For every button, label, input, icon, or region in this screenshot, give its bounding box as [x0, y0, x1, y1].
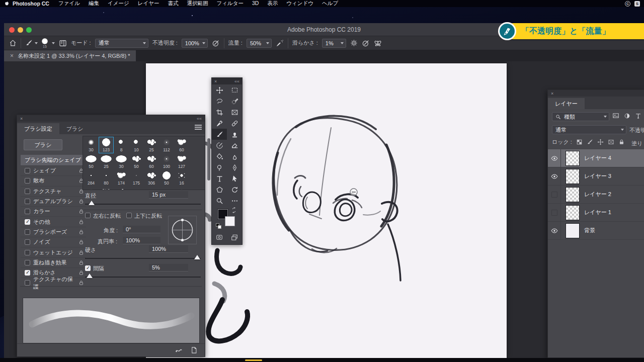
airbrush-button[interactable]	[276, 39, 284, 47]
menu-item-5[interactable]: 選択範囲	[187, 0, 208, 7]
brush-preset-127[interactable]: 127	[174, 153, 189, 170]
brush-option-7[interactable]: ノイズ	[21, 237, 86, 247]
brush-preset-50[interactable]: 50	[129, 153, 144, 170]
layer-thumbnail[interactable]	[566, 169, 580, 184]
brush-panel-collapse-icon[interactable]: ««	[197, 116, 202, 121]
smoothing-options-gear-button[interactable]	[350, 39, 358, 47]
hardness-slider-thumb[interactable]	[194, 255, 200, 259]
brush-option-checkbox[interactable]	[25, 260, 30, 265]
menu-item-10[interactable]: ヘルプ	[322, 0, 338, 7]
diameter-field[interactable]: 15 px	[149, 191, 188, 199]
filter-type-icon[interactable]	[635, 113, 641, 119]
brush-preset-16[interactable]: 16	[174, 170, 189, 187]
brush-preset-112[interactable]: 112	[159, 137, 174, 153]
layer-thumbnail[interactable]	[566, 187, 580, 202]
menu-item-6[interactable]: フィルター	[216, 0, 243, 7]
menu-item-4[interactable]: 書式	[168, 0, 178, 7]
live-tip-preview-button[interactable]	[175, 346, 183, 354]
brushes-button[interactable]: ブラシ	[24, 139, 62, 150]
brush-preset-27[interactable]	[174, 187, 189, 190]
history-brush-tool[interactable]	[212, 140, 227, 151]
more-tool[interactable]	[227, 195, 242, 206]
move-tool[interactable]	[212, 84, 227, 96]
brush-preset-60[interactable]: 60	[174, 137, 189, 153]
healing-tool[interactable]	[227, 118, 242, 129]
layers-close-icon[interactable]: ×	[551, 91, 553, 96]
opacity-select[interactable]: 100%	[182, 39, 208, 48]
apple-icon[interactable]	[4, 1, 10, 7]
lock-icon[interactable]	[78, 250, 84, 255]
lock-icon[interactable]	[78, 280, 84, 286]
lock-icon[interactable]	[78, 270, 84, 276]
type-tool[interactable]	[212, 173, 227, 184]
layer-visibility-toggle[interactable]	[548, 149, 561, 167]
screen-mode-button[interactable]	[230, 234, 238, 241]
layer-thumbnail[interactable]	[566, 205, 580, 220]
bucket-tool[interactable]	[212, 151, 227, 162]
angle-field[interactable]: 0°	[123, 226, 160, 233]
brush-option-3[interactable]: デュアルブラシ	[21, 196, 86, 206]
menu-item-1[interactable]: 編集	[89, 0, 99, 7]
tab-brushes[interactable]: ブラシ	[59, 123, 91, 134]
brush-option-checkbox[interactable]	[25, 229, 30, 235]
tools-collapse-icon[interactable]: ««	[234, 79, 239, 84]
layer-row-2[interactable]: レイヤー 2	[548, 186, 644, 204]
panel-menu-icon[interactable]	[195, 125, 202, 130]
brush-tool-preset-button[interactable]	[25, 39, 38, 47]
brush-option-checkbox[interactable]	[25, 280, 30, 286]
lock-move-icon[interactable]	[597, 139, 604, 145]
brush-preset-25[interactable]: 25	[144, 137, 159, 153]
new-brush-button[interactable]	[190, 346, 198, 354]
menu-app-name[interactable]: Photoshop CC	[13, 1, 49, 7]
layer-visibility-toggle[interactable]	[548, 222, 561, 239]
lock-all-icon[interactable]	[618, 139, 625, 145]
brush-option-0[interactable]: シェイプ	[21, 165, 86, 175]
tools-close-icon[interactable]: ×	[214, 79, 217, 84]
quick-mask-button[interactable]	[215, 234, 223, 241]
swap-colors-icon[interactable]	[231, 207, 237, 213]
crop-tool[interactable]	[212, 107, 227, 118]
brush-preset-25[interactable]	[144, 187, 159, 190]
menu-item-7[interactable]: 3D	[252, 0, 259, 7]
filter-adjustment-icon[interactable]	[624, 113, 630, 119]
dodge-tool[interactable]	[212, 162, 227, 173]
document-tab[interactable]: × 名称未設定 1 @ 33.3% (レイヤー 4, RGB/8) *	[4, 50, 136, 61]
brush-option-checkbox[interactable]	[25, 168, 30, 173]
smoothing-select[interactable]: 1%	[322, 39, 346, 48]
layer-row-4[interactable]: 背景	[548, 222, 644, 240]
tab-layers[interactable]: レイヤー	[548, 98, 585, 109]
brush-preset-100[interactable]: 100	[159, 153, 174, 170]
brush-option-6[interactable]: ブラシポーズ	[21, 227, 86, 237]
brush-option-8[interactable]: ウェットエッジ	[21, 247, 86, 257]
layer-row-0[interactable]: レイヤー 4	[548, 149, 644, 167]
lock-artboard-icon[interactable]	[608, 139, 614, 145]
brush-preset-30[interactable]: 30	[114, 153, 129, 170]
layer-visibility-toggle[interactable]	[548, 204, 561, 221]
opacity-pressure-button[interactable]	[212, 39, 220, 47]
brush-preset-25[interactable]: 25	[99, 153, 114, 170]
lock-icon[interactable]	[78, 199, 84, 204]
menu-item-8[interactable]: 表示	[267, 0, 278, 7]
brush-preset-30[interactable]: 30	[84, 137, 99, 153]
menu-item-0[interactable]: ファイル	[58, 0, 80, 7]
preset-scrollbar[interactable]	[207, 138, 210, 180]
brush-option-2[interactable]: テクスチャ	[21, 186, 86, 196]
lock-icon[interactable]	[78, 229, 84, 235]
lock-icon[interactable]	[78, 239, 84, 245]
layer-row-1[interactable]: レイヤー 3	[548, 167, 644, 186]
brush-option-checkbox[interactable]	[25, 270, 30, 276]
brush-preset-21[interactable]	[84, 187, 99, 190]
brush-option-5[interactable]: その他	[21, 216, 86, 226]
spacing-checkbox[interactable]	[85, 265, 91, 271]
brush-preset-50[interactable]: 50	[159, 170, 174, 187]
layer-blend-mode-select[interactable]: 通常	[552, 125, 626, 134]
shape-tool[interactable]	[212, 184, 227, 195]
blend-mode-select[interactable]: 通常	[95, 39, 148, 48]
roundness-field[interactable]: 100%	[123, 237, 160, 244]
brush-preset-23[interactable]	[114, 187, 129, 190]
hardness-slider[interactable]	[85, 258, 201, 259]
brush-option-checkbox[interactable]	[25, 189, 30, 194]
status-s-icon[interactable]: S	[634, 1, 640, 7]
lock-transparency-icon[interactable]	[576, 139, 583, 145]
menu-item-3[interactable]: レイヤー	[138, 0, 159, 7]
